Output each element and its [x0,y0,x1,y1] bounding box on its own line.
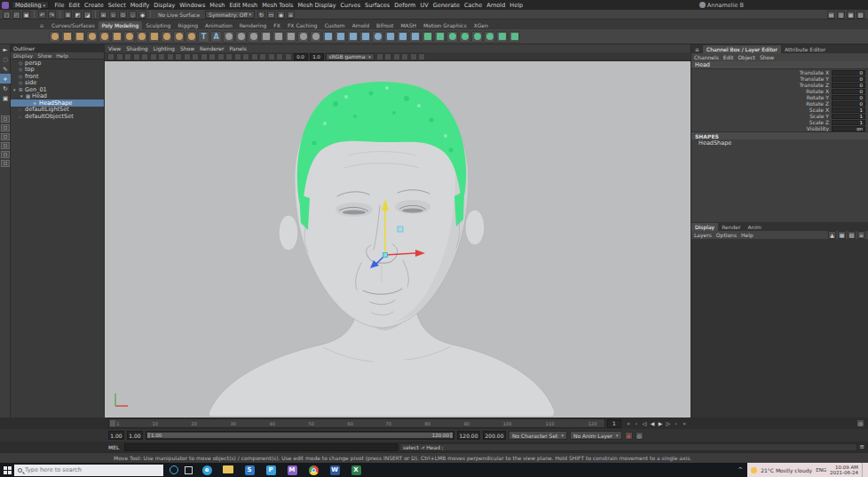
new-layer-from-selected-icon[interactable]: ▧ [848,231,856,239]
cortana-icon[interactable] [170,465,178,474]
step-back-key-button[interactable]: ‹ [633,418,640,428]
playback-end-field[interactable]: 120.00 [457,431,480,440]
redo-icon[interactable]: ↷ [48,11,56,19]
channel-value-scale-y[interactable]: 1 [832,114,865,119]
render-current-frame-icon[interactable]: ▭ [267,11,275,19]
current-frame-marker[interactable] [110,420,115,426]
sidebar-tool-settings-toggle-icon[interactable]: ▥ [837,11,845,19]
range-end-handle[interactable] [450,433,453,438]
channel-value-translate-y[interactable]: 0 [832,76,865,82]
make-live-icon[interactable]: ◆ [138,11,146,19]
time-slider[interactable]: 1102030405060708090100110120 [108,418,605,428]
object-details-icon[interactable] [234,53,241,60]
ipr-render-icon[interactable]: ◉ [277,11,285,19]
shaded-icon[interactable] [384,53,391,60]
anti-aliasing-icon[interactable] [276,53,283,60]
tab-panel-menu[interactable]: ≡ [691,45,703,53]
textured-icon[interactable] [393,53,400,60]
taskbar-excel-icon[interactable]: X [345,465,367,475]
shelf-symmetrize-icon[interactable] [434,31,446,43]
viewport-menu-show[interactable]: Show [180,45,194,52]
paint-select-tool[interactable]: ✎ [0,64,11,74]
channel-menu-edit[interactable]: Edit [723,54,734,60]
shelf-multicut-icon[interactable] [322,31,334,43]
move-tool[interactable]: + [0,74,11,83]
taskbar-edge-icon[interactable]: e [196,465,217,475]
shelf-polyplatonic-icon[interactable] [136,31,147,43]
scale-tool[interactable]: ▣ [0,93,11,103]
go-to-end-button[interactable]: » [681,418,688,428]
account-button[interactable]: Annamelie B [699,2,744,9]
sidebar-attribute-editor-toggle-icon[interactable]: ▤ [827,11,835,19]
menu-file[interactable]: File [52,2,67,9]
shelf-tab-sculpting[interactable]: Sculpting [142,21,174,29]
channel-object-name[interactable]: Head [691,61,868,69]
layer-menu-help[interactable]: Help [741,232,754,238]
snap-to-plane-icon[interactable]: ◇ [129,11,137,19]
shelf-polydisc-icon[interactable] [123,31,135,43]
lock-camera-icon[interactable] [116,53,123,60]
channel-menu-object[interactable]: Object [738,54,755,60]
go-to-start-button[interactable]: « [625,418,632,428]
snap-to-point-icon[interactable]: ⊙ [119,11,127,19]
construction-history-icon[interactable]: ↻ [257,11,265,19]
shelf-polyplane-icon[interactable] [111,31,122,43]
field-chart-icon[interactable] [201,53,208,60]
outliner-menu-help[interactable]: Help [56,52,68,59]
menu-select[interactable]: Select [106,2,128,9]
play-forward-button[interactable]: ▶ [657,418,664,428]
animation-preferences-button[interactable]: ◎ [856,419,864,427]
shelf-polypyramid-icon[interactable] [148,31,160,43]
layer-options-icon[interactable]: ≡ [857,231,865,239]
menu-modify[interactable]: Modify [128,2,152,9]
shelf-tab-fx[interactable]: FX [270,21,284,29]
new-empty-layer-icon[interactable]: ▦ [838,231,846,239]
playback-options-button[interactable]: ◎ [635,432,643,440]
shelf-polysphere-icon[interactable] [49,31,60,43]
shelf-tab-rigging[interactable]: Rigging [174,21,201,29]
safe-action-icon[interactable] [209,53,216,60]
menu-arnold[interactable]: Arnold [485,2,508,9]
layout-persp-outliner-button[interactable] [1,133,10,140]
hud-icon[interactable] [225,53,233,60]
menu-display[interactable]: Display [152,2,178,9]
select-by-object-icon[interactable]: ◩ [74,11,82,19]
clock[interactable]: 10:09 AM 2021-06-24 [830,465,858,476]
shape-name-row[interactable]: HeadShape [691,139,868,147]
gate-mask-icon[interactable] [192,53,199,60]
select-tool[interactable]: ► [0,44,11,54]
menu-surfaces[interactable]: Surfaces [363,2,392,9]
shelf-polytorus-icon[interactable] [99,31,110,43]
image-plane-icon[interactable] [141,53,148,60]
task-view-icon[interactable] [185,466,193,474]
shelf-polyhelix-icon[interactable] [173,31,185,43]
ambient-occlusion-icon[interactable] [268,53,275,60]
open-scene-icon[interactable]: ◰ [12,11,20,19]
channel-value-rotate-x[interactable]: 0 [832,89,865,94]
script-editor-icon[interactable]: ≡ [859,443,864,450]
lighting-all-icon[interactable] [242,53,249,60]
render-settings-icon[interactable]: ≡ [287,11,295,19]
layout-hypershade-button[interactable] [1,151,10,158]
select-camera-icon[interactable] [107,53,114,60]
shelf-averagevertices-icon[interactable] [446,31,458,43]
layer-tab-anim[interactable]: Anim [745,223,765,231]
outliner-item-gen-01[interactable]: ▾⊞Gen_01 [11,86,104,93]
xray-icon[interactable] [418,53,425,60]
menu-help[interactable]: Help [508,2,525,9]
step-forward-key-button[interactable]: › [673,418,680,428]
shelf-extract-icon[interactable] [285,31,296,43]
layer-list[interactable] [691,239,868,417]
shelf-tab-motion-graphics[interactable]: Motion Graphics [420,21,470,29]
shelf-tab-rendering[interactable]: Rendering [236,21,271,29]
shelf-relax-icon[interactable] [484,31,495,43]
shelf-fillhole-icon[interactable] [297,31,309,43]
shelf-tab-xgen[interactable]: XGen [470,21,492,29]
animation-start-field[interactable]: 1.00 [108,431,124,440]
channel-value-scale-x[interactable]: 1 [832,107,865,113]
wireframe-icon[interactable] [376,53,383,60]
tab-channel-box-layer-editor[interactable]: Channel Box / Layer Editor [703,45,781,53]
shelf-smoothmesh-icon[interactable] [471,31,483,43]
shelf-polygear-icon[interactable] [185,31,197,43]
auto-keyframe-button[interactable]: ◆ [625,432,633,440]
